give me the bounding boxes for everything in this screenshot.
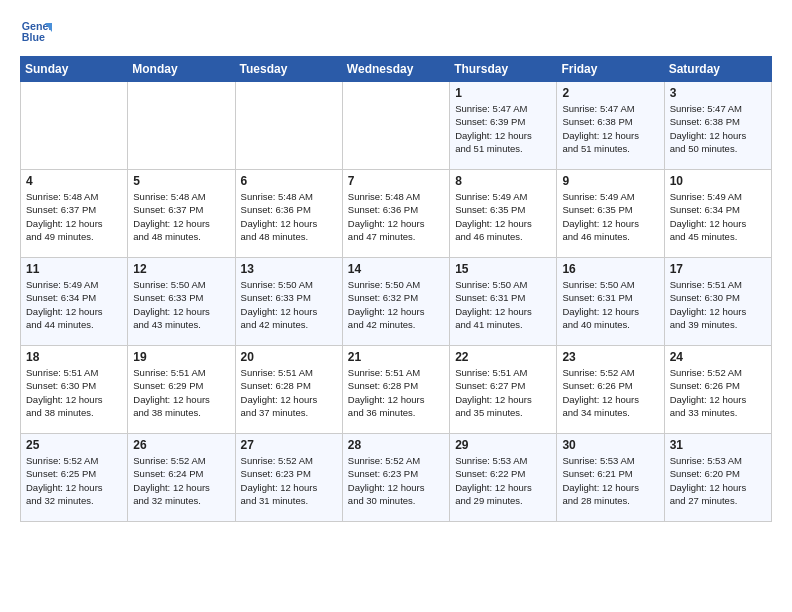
- day-info: Sunrise: 5:51 AM Sunset: 6:27 PM Dayligh…: [455, 366, 551, 419]
- day-info: Sunrise: 5:48 AM Sunset: 6:36 PM Dayligh…: [348, 190, 444, 243]
- day-info: Sunrise: 5:49 AM Sunset: 6:35 PM Dayligh…: [562, 190, 658, 243]
- day-cell: 7Sunrise: 5:48 AM Sunset: 6:36 PM Daylig…: [342, 170, 449, 258]
- day-info: Sunrise: 5:47 AM Sunset: 6:38 PM Dayligh…: [562, 102, 658, 155]
- day-info: Sunrise: 5:51 AM Sunset: 6:30 PM Dayligh…: [26, 366, 122, 419]
- header-day-tuesday: Tuesday: [235, 57, 342, 82]
- day-info: Sunrise: 5:51 AM Sunset: 6:28 PM Dayligh…: [241, 366, 337, 419]
- day-cell: 22Sunrise: 5:51 AM Sunset: 6:27 PM Dayli…: [450, 346, 557, 434]
- day-cell: 1Sunrise: 5:47 AM Sunset: 6:39 PM Daylig…: [450, 82, 557, 170]
- day-info: Sunrise: 5:50 AM Sunset: 6:33 PM Dayligh…: [241, 278, 337, 331]
- day-cell: 6Sunrise: 5:48 AM Sunset: 6:36 PM Daylig…: [235, 170, 342, 258]
- svg-text:Blue: Blue: [22, 31, 45, 43]
- day-info: Sunrise: 5:47 AM Sunset: 6:38 PM Dayligh…: [670, 102, 766, 155]
- logo: General Blue: [20, 16, 52, 48]
- day-cell: 29Sunrise: 5:53 AM Sunset: 6:22 PM Dayli…: [450, 434, 557, 522]
- day-info: Sunrise: 5:48 AM Sunset: 6:36 PM Dayligh…: [241, 190, 337, 243]
- day-number: 10: [670, 174, 766, 188]
- day-number: 9: [562, 174, 658, 188]
- day-number: 23: [562, 350, 658, 364]
- day-cell: [342, 82, 449, 170]
- day-cell: 26Sunrise: 5:52 AM Sunset: 6:24 PM Dayli…: [128, 434, 235, 522]
- day-number: 17: [670, 262, 766, 276]
- header-day-friday: Friday: [557, 57, 664, 82]
- day-cell: 9Sunrise: 5:49 AM Sunset: 6:35 PM Daylig…: [557, 170, 664, 258]
- day-cell: 5Sunrise: 5:48 AM Sunset: 6:37 PM Daylig…: [128, 170, 235, 258]
- day-number: 16: [562, 262, 658, 276]
- day-number: 31: [670, 438, 766, 452]
- header-row: SundayMondayTuesdayWednesdayThursdayFrid…: [21, 57, 772, 82]
- day-info: Sunrise: 5:52 AM Sunset: 6:26 PM Dayligh…: [670, 366, 766, 419]
- day-number: 8: [455, 174, 551, 188]
- day-cell: 11Sunrise: 5:49 AM Sunset: 6:34 PM Dayli…: [21, 258, 128, 346]
- week-row-4: 18Sunrise: 5:51 AM Sunset: 6:30 PM Dayli…: [21, 346, 772, 434]
- day-number: 25: [26, 438, 122, 452]
- day-cell: 10Sunrise: 5:49 AM Sunset: 6:34 PM Dayli…: [664, 170, 771, 258]
- day-cell: 12Sunrise: 5:50 AM Sunset: 6:33 PM Dayli…: [128, 258, 235, 346]
- header-day-thursday: Thursday: [450, 57, 557, 82]
- day-info: Sunrise: 5:50 AM Sunset: 6:32 PM Dayligh…: [348, 278, 444, 331]
- day-cell: 24Sunrise: 5:52 AM Sunset: 6:26 PM Dayli…: [664, 346, 771, 434]
- header-day-sunday: Sunday: [21, 57, 128, 82]
- day-number: 18: [26, 350, 122, 364]
- day-cell: 28Sunrise: 5:52 AM Sunset: 6:23 PM Dayli…: [342, 434, 449, 522]
- day-info: Sunrise: 5:47 AM Sunset: 6:39 PM Dayligh…: [455, 102, 551, 155]
- day-info: Sunrise: 5:51 AM Sunset: 6:30 PM Dayligh…: [670, 278, 766, 331]
- day-info: Sunrise: 5:49 AM Sunset: 6:35 PM Dayligh…: [455, 190, 551, 243]
- day-cell: 23Sunrise: 5:52 AM Sunset: 6:26 PM Dayli…: [557, 346, 664, 434]
- day-info: Sunrise: 5:48 AM Sunset: 6:37 PM Dayligh…: [26, 190, 122, 243]
- day-info: Sunrise: 5:51 AM Sunset: 6:28 PM Dayligh…: [348, 366, 444, 419]
- day-info: Sunrise: 5:52 AM Sunset: 6:23 PM Dayligh…: [348, 454, 444, 507]
- header-day-saturday: Saturday: [664, 57, 771, 82]
- day-number: 24: [670, 350, 766, 364]
- day-number: 1: [455, 86, 551, 100]
- day-number: 2: [562, 86, 658, 100]
- day-cell: 16Sunrise: 5:50 AM Sunset: 6:31 PM Dayli…: [557, 258, 664, 346]
- day-cell: [235, 82, 342, 170]
- header-day-monday: Monday: [128, 57, 235, 82]
- day-cell: 27Sunrise: 5:52 AM Sunset: 6:23 PM Dayli…: [235, 434, 342, 522]
- day-info: Sunrise: 5:48 AM Sunset: 6:37 PM Dayligh…: [133, 190, 229, 243]
- day-info: Sunrise: 5:50 AM Sunset: 6:31 PM Dayligh…: [562, 278, 658, 331]
- day-info: Sunrise: 5:52 AM Sunset: 6:25 PM Dayligh…: [26, 454, 122, 507]
- day-cell: [128, 82, 235, 170]
- day-info: Sunrise: 5:49 AM Sunset: 6:34 PM Dayligh…: [26, 278, 122, 331]
- header: General Blue: [20, 16, 772, 48]
- week-row-2: 4Sunrise: 5:48 AM Sunset: 6:37 PM Daylig…: [21, 170, 772, 258]
- day-number: 29: [455, 438, 551, 452]
- day-number: 19: [133, 350, 229, 364]
- day-info: Sunrise: 5:50 AM Sunset: 6:33 PM Dayligh…: [133, 278, 229, 331]
- day-number: 21: [348, 350, 444, 364]
- day-info: Sunrise: 5:53 AM Sunset: 6:20 PM Dayligh…: [670, 454, 766, 507]
- day-number: 12: [133, 262, 229, 276]
- day-cell: [21, 82, 128, 170]
- page: General Blue SundayMondayTuesdayWednesda…: [0, 0, 792, 532]
- day-info: Sunrise: 5:49 AM Sunset: 6:34 PM Dayligh…: [670, 190, 766, 243]
- day-cell: 4Sunrise: 5:48 AM Sunset: 6:37 PM Daylig…: [21, 170, 128, 258]
- day-info: Sunrise: 5:53 AM Sunset: 6:21 PM Dayligh…: [562, 454, 658, 507]
- day-info: Sunrise: 5:50 AM Sunset: 6:31 PM Dayligh…: [455, 278, 551, 331]
- day-number: 15: [455, 262, 551, 276]
- day-info: Sunrise: 5:52 AM Sunset: 6:26 PM Dayligh…: [562, 366, 658, 419]
- day-cell: 15Sunrise: 5:50 AM Sunset: 6:31 PM Dayli…: [450, 258, 557, 346]
- day-cell: 14Sunrise: 5:50 AM Sunset: 6:32 PM Dayli…: [342, 258, 449, 346]
- day-info: Sunrise: 5:52 AM Sunset: 6:24 PM Dayligh…: [133, 454, 229, 507]
- day-number: 7: [348, 174, 444, 188]
- week-row-3: 11Sunrise: 5:49 AM Sunset: 6:34 PM Dayli…: [21, 258, 772, 346]
- day-number: 14: [348, 262, 444, 276]
- day-cell: 18Sunrise: 5:51 AM Sunset: 6:30 PM Dayli…: [21, 346, 128, 434]
- day-cell: 3Sunrise: 5:47 AM Sunset: 6:38 PM Daylig…: [664, 82, 771, 170]
- day-cell: 13Sunrise: 5:50 AM Sunset: 6:33 PM Dayli…: [235, 258, 342, 346]
- day-cell: 17Sunrise: 5:51 AM Sunset: 6:30 PM Dayli…: [664, 258, 771, 346]
- day-cell: 19Sunrise: 5:51 AM Sunset: 6:29 PM Dayli…: [128, 346, 235, 434]
- day-cell: 21Sunrise: 5:51 AM Sunset: 6:28 PM Dayli…: [342, 346, 449, 434]
- header-day-wednesday: Wednesday: [342, 57, 449, 82]
- day-info: Sunrise: 5:51 AM Sunset: 6:29 PM Dayligh…: [133, 366, 229, 419]
- day-number: 6: [241, 174, 337, 188]
- day-cell: 30Sunrise: 5:53 AM Sunset: 6:21 PM Dayli…: [557, 434, 664, 522]
- day-number: 30: [562, 438, 658, 452]
- day-info: Sunrise: 5:52 AM Sunset: 6:23 PM Dayligh…: [241, 454, 337, 507]
- day-number: 4: [26, 174, 122, 188]
- day-cell: 25Sunrise: 5:52 AM Sunset: 6:25 PM Dayli…: [21, 434, 128, 522]
- day-cell: 20Sunrise: 5:51 AM Sunset: 6:28 PM Dayli…: [235, 346, 342, 434]
- calendar-header: SundayMondayTuesdayWednesdayThursdayFrid…: [21, 57, 772, 82]
